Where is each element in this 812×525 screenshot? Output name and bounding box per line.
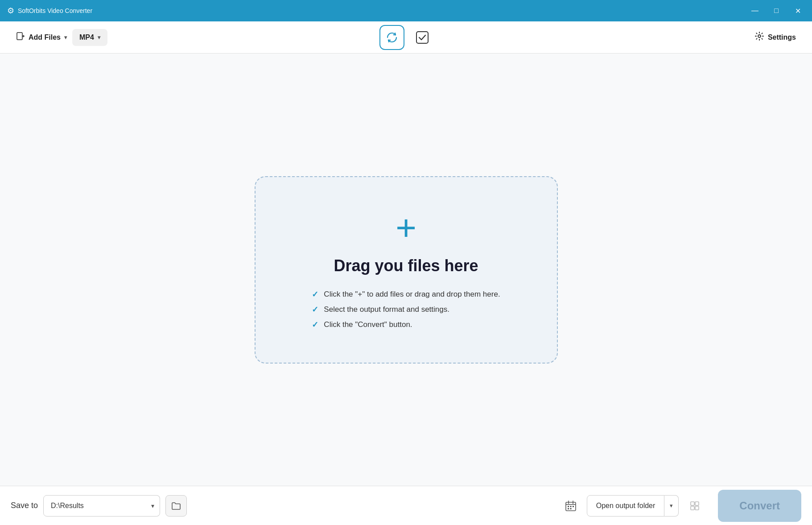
- title-bar: ⚙ SoftOrbits Video Converter — □ ✕: [0, 0, 812, 21]
- calendar-icon-button[interactable]: [560, 495, 581, 517]
- browse-folder-button[interactable]: [165, 495, 187, 517]
- grid-view-button[interactable]: [684, 495, 705, 517]
- settings-icon: [754, 31, 764, 43]
- title-bar-left: ⚙ SoftOrbits Video Converter: [7, 6, 92, 16]
- close-button[interactable]: ✕: [791, 4, 805, 18]
- drop-zone-plus-icon: +: [396, 210, 416, 246]
- add-file-icon: [16, 32, 25, 43]
- app-logo-icon: ⚙: [7, 6, 14, 16]
- settings-label: Settings: [768, 33, 796, 41]
- save-path-input[interactable]: [43, 495, 148, 517]
- hint-check-icon-1: ✓: [312, 289, 318, 299]
- settings-area: Settings: [749, 28, 801, 47]
- svg-rect-3: [416, 32, 428, 43]
- svg-rect-15: [695, 502, 699, 505]
- svg-rect-9: [568, 506, 569, 507]
- hint-item-3: ✓ Click the "Convert" button.: [312, 320, 500, 330]
- svg-rect-16: [691, 506, 694, 510]
- toolbar-center-group: [379, 25, 433, 50]
- minimize-button[interactable]: —: [748, 4, 762, 18]
- svg-rect-11: [573, 506, 574, 507]
- hint-text-2: Select the output format and settings.: [324, 305, 449, 314]
- add-files-dropdown-arrow-icon: ▾: [64, 34, 67, 41]
- save-to-label: Save to: [11, 501, 38, 510]
- hint-text-3: Click the "Convert" button.: [324, 320, 412, 329]
- format-dropdown-arrow-icon: ▾: [98, 34, 100, 41]
- svg-rect-13: [570, 508, 571, 509]
- hint-check-icon-2: ✓: [312, 305, 318, 314]
- window-controls: — □ ✕: [748, 4, 805, 18]
- svg-point-4: [758, 35, 761, 37]
- svg-rect-14: [691, 502, 694, 505]
- format-dropdown-button[interactable]: MP4 ▾: [72, 29, 107, 46]
- add-files-button[interactable]: Add Files ▾: [11, 28, 72, 46]
- check-button[interactable]: [412, 27, 433, 48]
- svg-rect-0: [17, 33, 22, 40]
- open-output-button[interactable]: Open output folder: [587, 495, 665, 517]
- app-title: SoftOrbits Video Converter: [18, 7, 92, 14]
- svg-rect-17: [695, 506, 699, 510]
- hint-check-icon-3: ✓: [312, 320, 318, 330]
- toolbar-wrapper: Add Files ▾ MP4 ▾: [11, 28, 801, 47]
- refresh-button[interactable]: [379, 25, 404, 50]
- bottom-bar: Save to ▾ Open output folder ▾: [0, 486, 812, 525]
- svg-rect-10: [570, 506, 571, 507]
- open-output-dropdown-button[interactable]: ▾: [664, 495, 679, 517]
- open-output-group: Open output folder ▾: [587, 495, 679, 517]
- save-path-group: ▾: [43, 495, 160, 517]
- settings-button[interactable]: Settings: [749, 28, 801, 47]
- hint-text-1: Click the "+" to add files or drag and d…: [324, 290, 500, 299]
- maximize-button[interactable]: □: [769, 4, 783, 18]
- drop-zone[interactable]: + Drag you files here ✓ Click the "+" to…: [255, 176, 558, 364]
- main-content: + Drag you files here ✓ Click the "+" to…: [0, 54, 812, 486]
- toolbar: Add Files ▾ MP4 ▾: [0, 21, 812, 54]
- drop-zone-hints: ✓ Click the "+" to add files or drag and…: [312, 289, 500, 330]
- convert-button[interactable]: Convert: [718, 490, 801, 522]
- hint-item-1: ✓ Click the "+" to add files or drag and…: [312, 289, 500, 299]
- add-files-label: Add Files: [29, 33, 61, 41]
- drop-zone-title: Drag you files here: [334, 256, 478, 275]
- save-path-dropdown-button[interactable]: ▾: [146, 495, 160, 517]
- svg-rect-12: [568, 508, 569, 509]
- format-label: MP4: [79, 33, 94, 41]
- hint-item-2: ✓ Select the output format and settings.: [312, 305, 500, 314]
